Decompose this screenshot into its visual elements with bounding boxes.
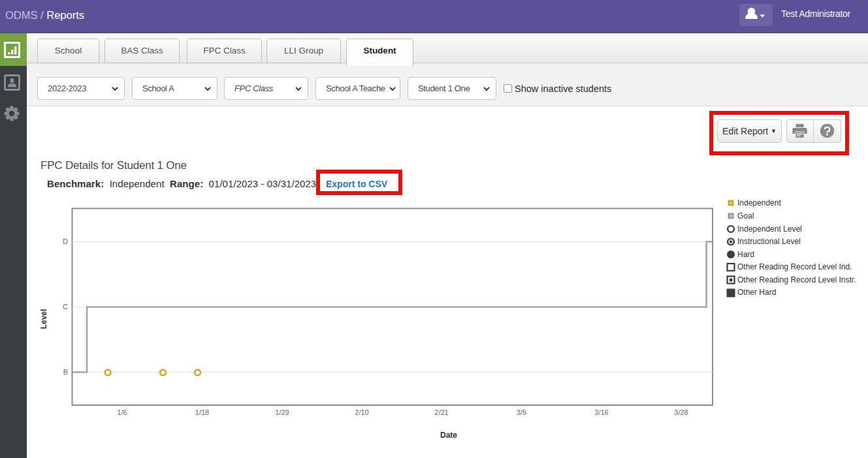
svg-text:3/28: 3/28 xyxy=(674,408,688,416)
svg-text:1/18: 1/18 xyxy=(195,408,209,416)
svg-text:Level: Level xyxy=(39,309,48,329)
svg-text:D: D xyxy=(63,237,68,245)
svg-text:Date: Date xyxy=(440,431,457,440)
svg-text:3/5: 3/5 xyxy=(517,408,526,416)
svg-text:3/16: 3/16 xyxy=(594,408,608,416)
svg-text:1/6: 1/6 xyxy=(117,408,127,416)
svg-text:B: B xyxy=(63,368,68,376)
svg-text:2/10: 2/10 xyxy=(355,408,368,416)
svg-text:C: C xyxy=(63,303,68,311)
svg-text:2/21: 2/21 xyxy=(434,408,448,416)
svg-text:1/29: 1/29 xyxy=(275,408,289,416)
